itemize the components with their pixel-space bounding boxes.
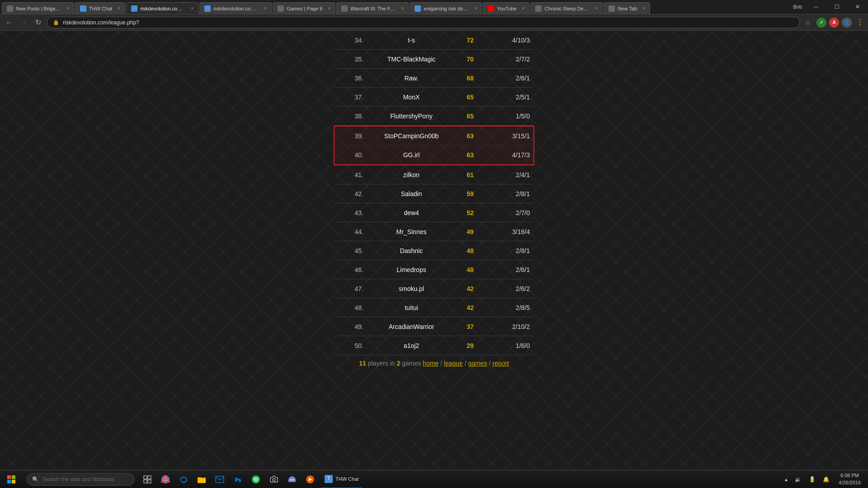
tab-label-2: riskdevolution.com/le... <box>140 6 185 11</box>
rank-cell: 42. <box>335 190 371 197</box>
extension-icon-2[interactable]: A <box>829 18 839 28</box>
chrome-icon[interactable] <box>157 471 174 488</box>
name-cell: t-s <box>371 37 452 44</box>
svg-rect-6 <box>144 480 147 483</box>
tab-favicon-0 <box>7 5 13 12</box>
tab-favicon-2 <box>131 5 137 12</box>
browser-tab-8[interactable]: Chronic Sleep Deprive...× <box>530 2 603 14</box>
score-cell: 49 <box>452 228 488 235</box>
bookmark-star-icon[interactable]: ☆ <box>803 19 813 26</box>
name-cell: Limedrops <box>371 266 452 273</box>
browser-tab-4[interactable]: Games | Page 6× <box>273 2 335 14</box>
browser-tab-2[interactable]: riskdevolution.com/le...× <box>126 2 198 14</box>
tab-label-9: New Tab <box>618 6 637 11</box>
tab-close-2[interactable]: × <box>191 6 193 11</box>
record-cell: 2/8/1 <box>488 190 533 197</box>
tab-close-9[interactable]: × <box>642 6 645 11</box>
tab-close-4[interactable]: × <box>328 6 330 11</box>
name-cell: smoku.pl <box>371 285 452 292</box>
discord-icon[interactable] <box>284 471 300 488</box>
user-label: Bob <box>793 4 802 9</box>
extension-icon-1[interactable]: ✓ <box>816 18 826 28</box>
explorer-icon[interactable] <box>193 471 210 488</box>
tray-network-icon[interactable]: ▴ <box>783 476 789 483</box>
menu-icon[interactable]: ⋮ <box>854 18 864 28</box>
table-row: 46.Limedrops482/6/1 <box>335 260 533 279</box>
forward-button[interactable]: → <box>18 17 29 28</box>
record-cell: 2/4/1 <box>488 171 533 178</box>
browser-tab-5[interactable]: Warcraft III: The Froze...× <box>336 2 409 14</box>
league-link[interactable]: league <box>444 360 463 367</box>
rank-cell: 50. <box>335 342 371 349</box>
rank-cell: 46. <box>335 266 371 273</box>
tab-label-4: Games | Page 6 <box>287 6 322 11</box>
svg-point-17 <box>290 479 292 480</box>
tray-battery-icon[interactable]: 🔋 <box>807 476 817 483</box>
photoshop-icon[interactable]: Ps <box>230 471 246 488</box>
svg-point-16 <box>273 479 275 481</box>
tab-close-7[interactable]: × <box>522 6 525 11</box>
maximize-button[interactable]: ☐ <box>826 0 847 14</box>
taskbar-search[interactable]: 🔍 Search the web and Windows <box>26 473 135 486</box>
window-controls: Bob ─ ☐ ✕ <box>793 0 868 14</box>
name-cell: FluttershyPony <box>371 113 452 120</box>
browser-tab-7[interactable]: YouTube× <box>483 2 529 14</box>
media-icon[interactable] <box>302 471 318 488</box>
tray-speaker-icon[interactable]: 🔉 <box>793 476 803 483</box>
record-cell: 4/17/3 <box>488 151 533 159</box>
browser-tab-0[interactable]: New Posts | Brigand's× <box>2 2 74 14</box>
rank-cell: 47. <box>335 285 371 292</box>
browser-tab-3[interactable]: riskdevolution.com/le...× <box>199 2 272 14</box>
score-cell: 52 <box>452 209 488 216</box>
start-button[interactable] <box>0 470 23 488</box>
tab-close-8[interactable]: × <box>595 6 598 11</box>
svg-rect-5 <box>148 476 151 479</box>
name-cell: ArcadianWarrior <box>371 323 452 330</box>
close-button[interactable]: ✕ <box>847 0 868 14</box>
rank-cell: 49. <box>335 323 371 330</box>
table-row: 40.GG.irl634/17/3 <box>335 145 533 164</box>
edge-icon[interactable] <box>175 471 192 488</box>
mail-icon[interactable] <box>212 471 228 488</box>
name-cell: Dashnic <box>371 247 452 254</box>
score-cell: 37 <box>452 323 488 330</box>
clock-date: 4/26/2016 <box>839 479 861 486</box>
score-cell: 63 <box>452 132 488 140</box>
tab-close-1[interactable]: × <box>118 6 120 11</box>
profile-icon[interactable]: 👤 <box>842 18 852 28</box>
record-cell: 2/10/2 <box>488 323 533 330</box>
reload-button[interactable]: ↻ <box>33 17 43 28</box>
score-cell: 70 <box>452 56 488 63</box>
camera-icon[interactable] <box>266 471 282 488</box>
task-view-button[interactable] <box>139 471 156 488</box>
report-link[interactable]: report <box>492 360 509 367</box>
rank-cell: 44. <box>335 228 371 235</box>
tray-notification-icon[interactable]: 🔔 <box>821 476 831 483</box>
browser-tab-1[interactable]: THW Chat× <box>75 2 125 14</box>
footer: 11 players in 2 games home / league / ga… <box>335 355 533 371</box>
name-cell: MonX <box>371 94 452 101</box>
games-link[interactable]: games <box>468 360 487 367</box>
browser-tab-6[interactable]: entgaming risk devo...× <box>410 2 482 14</box>
table-row: 50.a1oj2291/6/0 <box>335 336 533 355</box>
browser-tab-9[interactable]: New Tab× <box>604 2 650 14</box>
taskbar-app-thw[interactable]: T THW Chat <box>321 470 362 488</box>
name-cell: Mr_Sinnes <box>371 228 452 235</box>
tab-close-6[interactable]: × <box>474 6 477 11</box>
tab-close-5[interactable]: × <box>401 6 404 11</box>
record-cell: 1/5/0 <box>488 113 533 120</box>
tab-close-0[interactable]: × <box>66 6 69 11</box>
name-cell: TMC-BlackMagic <box>371 56 452 63</box>
system-clock[interactable]: 6:08 PM 4/26/2016 <box>835 472 864 486</box>
tab-favicon-6 <box>415 5 421 12</box>
search-placeholder: Search the web and Windows <box>42 476 114 483</box>
home-link[interactable]: home <box>423 360 439 367</box>
url-bar[interactable]: 🔒 riskdevolution.com/league.php? <box>47 17 800 28</box>
spotify-icon[interactable] <box>248 471 264 488</box>
minimize-button[interactable]: ─ <box>806 0 826 14</box>
separator-1: / <box>440 360 444 367</box>
tab-close-3[interactable]: × <box>264 6 267 11</box>
back-button[interactable]: ← <box>4 17 14 28</box>
score-cell: 48 <box>452 266 488 273</box>
table-row: 37.MonX652/5/1 <box>335 88 533 107</box>
